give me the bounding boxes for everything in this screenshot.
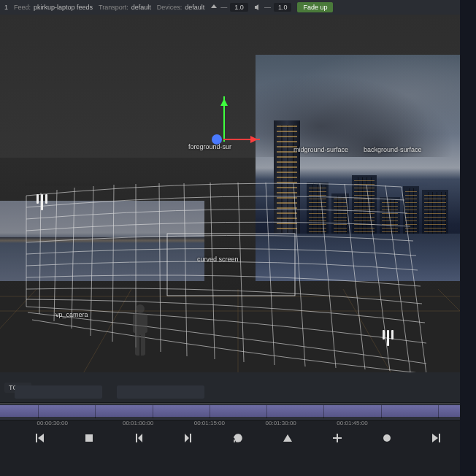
transport-label: Transport: xyxy=(99,4,128,11)
svg-point-26 xyxy=(136,304,145,313)
id-value: 1 xyxy=(4,4,8,11)
id-box: 1 xyxy=(4,4,8,11)
devices-value: default xyxy=(185,4,204,11)
timeline-tracks[interactable] xyxy=(0,384,476,402)
right-gutter xyxy=(460,0,476,476)
volume-value[interactable]: 1.0 xyxy=(274,3,292,12)
stop-button[interactable] xyxy=(78,427,100,449)
human-scale-figure xyxy=(128,303,152,363)
ruler-tick-label: 00:01:45:00 xyxy=(337,420,367,426)
ruler-tick-label: 00:00:30:00 xyxy=(37,420,68,426)
devices-label: Devices: xyxy=(157,4,183,11)
left-plate xyxy=(0,201,204,281)
screen-handle-left[interactable] xyxy=(37,194,48,210)
speed-sep: — xyxy=(220,4,227,11)
timeline-range-bar[interactable] xyxy=(0,405,476,417)
loop-button[interactable] xyxy=(227,427,249,449)
devices-group[interactable]: Devices: default xyxy=(157,4,205,11)
speaker-icon xyxy=(254,4,261,11)
curved-screen-label[interactable]: curved screen xyxy=(197,256,239,263)
fade-up-button[interactable]: Fade up xyxy=(297,2,333,12)
transport-value: default xyxy=(131,4,151,11)
top-bar: 1 Feed: pkirkup-laptop feeds Transport: … xyxy=(0,0,476,15)
go-to-start-button[interactable] xyxy=(28,427,50,449)
axis-x[interactable] xyxy=(223,139,260,140)
volume-group[interactable]: — 1.0 xyxy=(254,3,292,12)
background-plate xyxy=(256,55,475,281)
feed-group[interactable]: Feed: pkirkup-laptop feeds xyxy=(14,4,93,11)
svg-point-28 xyxy=(383,434,391,442)
transport-controls xyxy=(0,421,476,456)
step-back-button[interactable] xyxy=(128,427,150,449)
go-to-end-button[interactable] xyxy=(426,427,448,449)
timeline-panel: TC 30 00:00:30:00 00:01:00:00 00:01:15:0… xyxy=(0,372,476,476)
foreground-surface-label[interactable]: foreground-sur xyxy=(188,143,231,150)
midground-surface-label[interactable]: midground-surface xyxy=(293,146,348,153)
background-surface-label[interactable]: background-surface xyxy=(364,146,422,153)
ruler-tick-label: 00:01:00:00 xyxy=(123,420,153,426)
axis-y[interactable] xyxy=(223,96,225,142)
transport-group[interactable]: Transport: default xyxy=(99,4,151,11)
track-row[interactable] xyxy=(117,385,204,399)
step-forward-button[interactable] xyxy=(177,427,199,449)
screen-handle-right[interactable] xyxy=(383,330,394,346)
arrow-up-icon xyxy=(210,4,218,11)
track-row[interactable] xyxy=(15,385,102,399)
add-button[interactable] xyxy=(326,427,348,449)
speed-value[interactable]: 1.0 xyxy=(230,3,248,12)
ruler-tick-label: 00:01:15:00 xyxy=(194,420,225,426)
ruler-tick-label: 00:01:30:00 xyxy=(266,420,296,426)
feed-label: Feed: xyxy=(14,4,31,11)
marker-button[interactable] xyxy=(277,427,299,449)
volume-sep: — xyxy=(264,4,271,11)
vp-camera-label[interactable]: vp_camera xyxy=(55,311,88,318)
viewport-3d[interactable]: foreground-sur midground-surface backgro… xyxy=(0,15,476,372)
svg-rect-27 xyxy=(85,434,93,442)
record-button[interactable] xyxy=(376,427,398,449)
feed-value: pkirkup-laptop feeds xyxy=(34,4,93,11)
timeline-ruler[interactable]: 00:00:30:00 00:01:00:00 00:01:15:00 00:0… xyxy=(0,403,476,421)
speed-group[interactable]: — 1.0 xyxy=(210,3,248,12)
timeline-header: TC 30 xyxy=(0,372,476,403)
